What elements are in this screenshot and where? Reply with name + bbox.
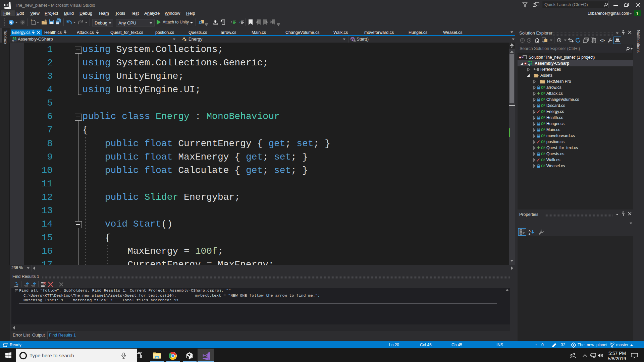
svg-text:?: ? [239,20,240,23]
svg-text:C#: C# [13,38,16,40]
svg-text:A: A [529,229,531,232]
svg-text:Z: Z [529,232,530,235]
